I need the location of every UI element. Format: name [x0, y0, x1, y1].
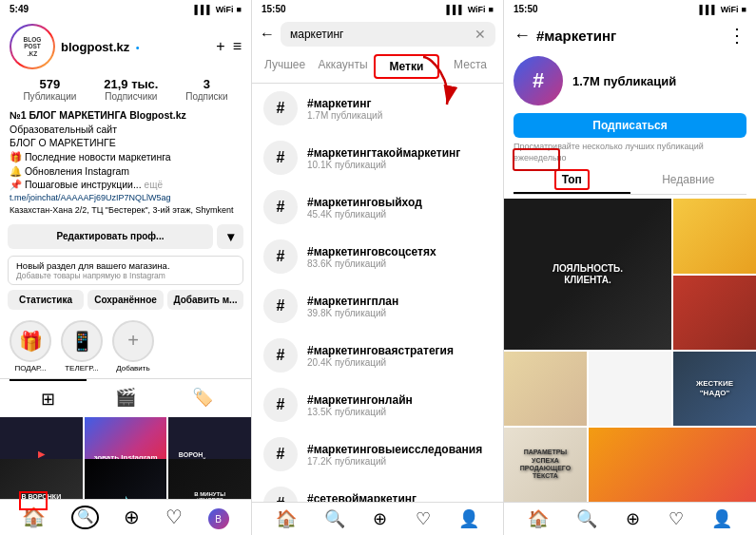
add-post-icon[interactable]: + — [216, 38, 224, 55]
filter-tab-hashtags[interactable]: Метки — [374, 54, 439, 79]
grid-cell-4[interactable]: В ВОРОНКИВОРОНКУ — [0, 459, 83, 499]
profile-name-area: blogpost.kz • — [61, 38, 210, 55]
hashtag-item-0[interactable]: # #маркетинг 1.7M публикаций — [252, 84, 503, 133]
tab-tagged[interactable]: 🏷️ — [165, 379, 242, 417]
bio-more[interactable]: ещё — [145, 180, 163, 190]
add-btn[interactable]: ▾ — [217, 224, 243, 249]
nav-profile-left[interactable]: B — [208, 506, 229, 530]
hashtag-item-4[interactable]: # #маркетингплан 39.8K публикаций — [252, 281, 503, 331]
photo-cell-6[interactable]: ЖЕСТКИЕ"НАДО" — [673, 352, 756, 426]
profile-grid: ▶ ВОПРОСЫ И ОТВЕТЫ зовать Instagram ВОРО… — [0, 417, 251, 499]
profile-avatar[interactable]: BLOGPOST.KZ — [10, 24, 55, 69]
top-tab-label: Топ — [554, 169, 590, 190]
menu-icon[interactable]: ≡ — [233, 38, 242, 55]
photo-text-2 — [713, 234, 717, 238]
photo-cell-5[interactable] — [589, 352, 671, 426]
tab-grid[interactable]: ⊞ — [10, 379, 87, 417]
hashtag-pub-count: 1.7M публикаций — [572, 74, 746, 88]
banner-sub: Добавьте товары напрямую в Instagram — [16, 271, 235, 280]
highlight-telegram[interactable]: 📱 ТЕЛЕГР... — [61, 320, 103, 373]
content-tab-recent[interactable]: Недавние — [630, 167, 747, 194]
stat-num-following: 3 — [204, 77, 210, 91]
wifi-icon: WiFi — [216, 5, 234, 14]
filter-tab-accounts[interactable]: Аккаунты — [314, 50, 372, 83]
hashtag-count-3: 83.6K публикаций — [307, 258, 492, 269]
signal-icon: ▌▌▌ — [195, 5, 213, 14]
grid-cell-5[interactable]: ♪ — [85, 459, 167, 499]
bio-link[interactable]: t.me/joinchat/AAAAAFj69UzIP7NQLlW5ag — [10, 192, 242, 204]
bio-address: Казахстан-Хана 2/2, ТЦ "Бестерек", 3-ий … — [10, 204, 242, 217]
photo-text-3 — [713, 311, 717, 315]
right-panel: 15:50 ▌▌▌ WiFi ■ ← #маркетинг ⋮ # 1.7M п… — [504, 0, 756, 535]
filter-tab-best[interactable]: Лучшее — [256, 50, 314, 83]
hashtag-info-1: #маркетингтакоймаркетинг 10.1K публикаци… — [307, 146, 492, 170]
clear-search-btn[interactable]: ✕ — [475, 27, 486, 42]
nav-heart-right[interactable]: ♡ — [669, 508, 684, 529]
hashtag-info-4: #маркетингплан 39.8K публикаций — [307, 295, 492, 318]
left-panel: 5:49 ▌▌▌ WiFi ■ BLOGPOST.KZ blogpost.kz … — [0, 0, 252, 535]
search-text: маркетинг — [290, 28, 343, 41]
username: blogpost.kz — [61, 40, 129, 54]
nav-home-right[interactable]: 🏠 — [528, 508, 549, 529]
bio-news: 🎁 Последние новости маркетинга — [10, 150, 242, 164]
hashtag-name-8: #сетевоймаркетинг — [307, 492, 492, 503]
stat-posts: 579 Публикации — [23, 77, 76, 102]
hashtag-item-8[interactable]: # #сетевоймаркетинг 1.1M публикаций — [252, 479, 503, 502]
nav-profile-right[interactable]: 👤 — [711, 508, 732, 529]
photo-cell-7[interactable]: ПАРАМЕТРЫУСПЕХАПРОДАЮЩЕГОТЕКСТА — [504, 428, 587, 502]
nav-add-left[interactable]: ⊕ — [124, 506, 140, 530]
wifi-icon-mid: WiFi — [468, 5, 486, 14]
bottom-nav-left: 🏠 🔍 ⊕ ♡ B — [0, 499, 251, 536]
nav-add-mid[interactable]: ⊕ — [373, 508, 387, 529]
saved-btn[interactable]: Сохранённое — [87, 290, 164, 310]
stats-btn[interactable]: Статистика — [8, 290, 84, 310]
nav-home-left[interactable]: 🏠 — [22, 506, 46, 530]
hashtag-item-5[interactable]: # #маркетинговаястратегия 20.4K публикац… — [252, 331, 503, 380]
follow-hashtag-btn[interactable]: Подписаться — [514, 113, 746, 138]
nav-home-mid[interactable]: 🏠 — [276, 508, 297, 529]
highlight-icon-gift: 🎁 — [19, 330, 43, 353]
hashtag-info-5: #маркетинговаястратегия 20.4K публикаций — [307, 344, 492, 368]
add-highlight-btn[interactable]: + — [112, 320, 154, 362]
hashtag-item-6[interactable]: # #маркетингонлайн 13.5K публикаций — [252, 380, 503, 430]
new-section-banner: Новый раздел для вашего магазина. Добавь… — [8, 256, 243, 285]
grid-cell-6[interactable]: В МИНУТЫ#SHORTSЗАПУСКАЕТС — [168, 459, 251, 499]
signal-icon-mid: ▌▌▌ — [447, 5, 465, 14]
bio-instructions: 📌 Пошаговые инструкции... ещё — [10, 178, 242, 192]
nav-profile-mid[interactable]: 👤 — [458, 508, 479, 529]
more-options-btn[interactable]: ⋮ — [727, 24, 746, 47]
hashtag-page-title: #маркетинг — [536, 28, 722, 44]
search-input-box[interactable]: маркетинг ✕ — [281, 22, 495, 47]
hashtag-count-6: 13.5K публикаций — [307, 407, 492, 417]
nav-search-left[interactable]: 🔍 — [71, 506, 99, 530]
filter-tab-places[interactable]: Места — [441, 50, 499, 83]
hashtag-item-1[interactable]: # #маркетингтакоймаркетинг 10.1K публика… — [252, 133, 503, 182]
nav-heart-mid[interactable]: ♡ — [416, 508, 431, 529]
hashtag-name-5: #маркетинговаястратегия — [307, 344, 492, 357]
nav-add-right[interactable]: ⊕ — [626, 508, 640, 529]
highlight-icon-telegram: 📱 — [70, 330, 94, 353]
photo-cell-4[interactable] — [504, 352, 587, 426]
back-btn-right[interactable]: ← — [514, 26, 531, 46]
tab-reels[interactable]: 🎬 — [87, 379, 164, 417]
nav-search-mid[interactable]: 🔍 — [324, 508, 345, 529]
hash-icon-7: # — [263, 437, 298, 471]
photo-cell-2[interactable] — [673, 199, 756, 273]
highlight-gift[interactable]: 🎁 ПОДАР... — [10, 320, 51, 373]
hashtag-item-7[interactable]: # #маркетинговыеисследования 17.2K публи… — [252, 430, 503, 479]
photo-cell-large[interactable]: ЛОЯЛЬНОСТЬ.КЛИЕНТА. — [504, 199, 671, 349]
photo-cell-3[interactable] — [673, 276, 756, 350]
hashtag-item-3[interactable]: # #маркетинговсоцсетях 83.6K публикаций — [252, 232, 503, 281]
back-btn-mid[interactable]: ← — [260, 26, 275, 43]
content-tab-top[interactable]: Топ — [514, 167, 630, 194]
photo-cell-8[interactable] — [589, 428, 756, 502]
add-more-btn[interactable]: Добавить м... — [167, 290, 243, 310]
battery-icon: ■ — [237, 5, 242, 14]
nav-heart-left[interactable]: ♡ — [165, 506, 183, 530]
bio-updates: 🔔 Обновления Instagram — [10, 164, 242, 179]
nav-search-right[interactable]: 🔍 — [576, 508, 597, 529]
hashtag-item-2[interactable]: # #маркетинговыйход 45.4K публикаций — [252, 182, 503, 232]
hash-icon-0: # — [263, 91, 298, 125]
edit-profile-btn[interactable]: Редактировать проф... — [8, 224, 213, 249]
highlight-add[interactable]: + Добавить — [112, 320, 154, 373]
